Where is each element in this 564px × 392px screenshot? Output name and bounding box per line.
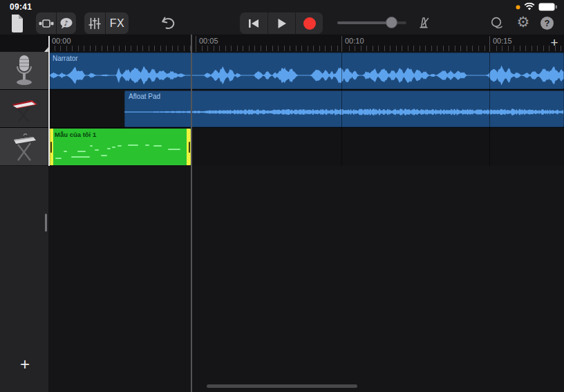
sound-browser-button[interactable]: ♪ <box>56 12 76 34</box>
trim-notch <box>189 142 190 153</box>
master-volume-slider[interactable] <box>337 18 406 28</box>
ruler-time-label: 00:05 <box>199 37 218 45</box>
song-section-line <box>191 35 192 392</box>
svg-text:♪: ♪ <box>64 19 68 26</box>
rewind-button[interactable] <box>240 12 267 34</box>
metronome-button[interactable] <box>417 16 431 30</box>
add-track-button[interactable]: + <box>17 356 33 373</box>
volume-knob[interactable] <box>386 17 397 28</box>
track-header-my-sample[interactable] <box>0 128 48 165</box>
ruler-major-tick <box>48 36 49 52</box>
ruler-time-label: 00:15 <box>493 37 512 45</box>
metronome-icon <box>417 16 431 30</box>
loop-browser-icon <box>490 17 505 30</box>
timeline-ruler[interactable]: 00:0000:0500:1000:15 + <box>0 35 564 52</box>
gear-icon: ⚙ <box>517 14 530 30</box>
view-segment: ♪ <box>36 12 76 34</box>
status-time: 09:41 <box>10 2 32 12</box>
keyboard-stand-icon <box>8 130 40 163</box>
microphone-icon <box>10 54 38 87</box>
help-label: ? <box>545 18 550 28</box>
transport-controls <box>240 12 323 34</box>
play-icon <box>277 18 287 29</box>
tracks-area: Narrator Afloat Pad Mẫu của tôi 1 <box>0 52 564 166</box>
sound-browser-icon: ♪ <box>59 17 73 30</box>
horizontal-scrollbar[interactable] <box>207 384 357 388</box>
narrator-waveform <box>48 53 564 89</box>
battery-icon <box>538 3 557 11</box>
region-narrator[interactable]: Narrator <box>48 53 564 89</box>
undo-button[interactable] <box>160 15 175 30</box>
tracks-view-button[interactable] <box>36 12 56 34</box>
tracks-view-icon <box>39 19 54 28</box>
trim-notch <box>50 142 52 153</box>
undo-icon <box>160 15 175 30</box>
ruler-time-label: 00:00 <box>52 37 71 45</box>
ruler-major-tick <box>341 36 342 52</box>
mixer-faders-icon <box>88 17 101 30</box>
rewind-icon <box>248 19 259 28</box>
mic-in-use-indicator <box>516 5 520 10</box>
ruler-time-label: 00:10 <box>345 37 364 45</box>
region-my-sample-selected[interactable]: Mẫu của tôi 1 <box>48 129 191 165</box>
garageband-tracks-view: 09:41 <box>0 0 564 392</box>
ruler-major-tick <box>196 36 196 52</box>
vertical-scrollbar[interactable] <box>45 214 47 232</box>
mix-segment: FX <box>84 12 129 34</box>
help-button[interactable]: ? <box>540 17 554 30</box>
document-icon <box>10 14 25 33</box>
my-songs-button[interactable] <box>10 14 25 33</box>
empty-area: + <box>0 166 564 392</box>
volume-fill <box>337 21 391 24</box>
synth-keyboard-icon <box>8 93 40 124</box>
track-header-afloat-pad[interactable] <box>0 90 48 127</box>
record-button[interactable] <box>295 12 323 34</box>
ruler-major-tick <box>489 36 490 52</box>
mixer-button[interactable] <box>84 12 105 34</box>
record-icon <box>303 17 316 30</box>
settings-button[interactable]: ⚙ <box>516 14 531 30</box>
region-trim-handle-left[interactable] <box>48 129 53 165</box>
add-bars-button[interactable]: + <box>547 35 561 50</box>
status-icons <box>516 3 557 11</box>
toolbar: 09:41 <box>0 0 564 35</box>
play-button[interactable] <box>267 12 295 34</box>
track-header-narrator[interactable] <box>0 52 48 89</box>
fx-label: FX <box>110 17 124 30</box>
region-label: Mẫu của tôi 1 <box>55 131 96 138</box>
loop-browser-button[interactable] <box>490 17 504 30</box>
fx-button[interactable]: FX <box>105 12 129 34</box>
wifi-icon <box>524 3 535 11</box>
